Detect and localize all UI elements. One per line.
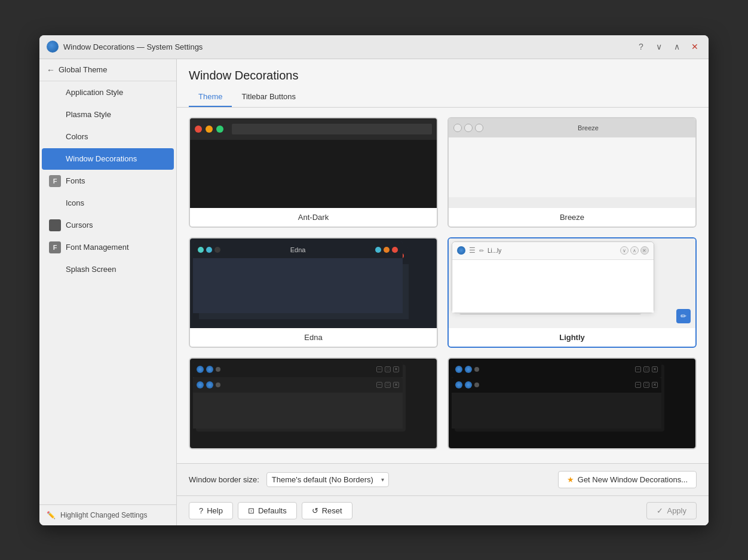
theme-name-edna: Edna: [190, 328, 437, 347]
defaults-symbol: ⊡: [248, 506, 255, 515]
window-title: Window Decorations — System Settings: [63, 42, 634, 51]
fonts-icon: F: [49, 175, 61, 187]
theme-grid: Ant-Dark Breeze: [189, 117, 697, 449]
border-size-label: Window border size:: [189, 475, 259, 484]
main-content: Window Decorations Theme Titlebar Button…: [177, 59, 709, 525]
icons-icon: [49, 197, 61, 209]
help-label: Help: [207, 506, 223, 515]
sidebar-label-plasma-style: Plasma Style: [66, 110, 111, 119]
cursors-icon: [49, 219, 61, 231]
help-symbol: ?: [199, 506, 203, 515]
lightly-front-window: ☰ ✏ Li...ly ∨ ∧ ✕: [452, 241, 654, 313]
minimize-button[interactable]: ∨: [652, 40, 666, 53]
sidebar-item-application-style[interactable]: Application Style: [42, 82, 174, 103]
breeze-btn2: [464, 124, 473, 132]
splash-icon: [49, 264, 61, 276]
sidebar-label-application-style: Application Style: [66, 88, 123, 97]
theme-card-breeze[interactable]: Breeze Breeze: [447, 117, 697, 228]
bt-icon3: [197, 381, 204, 388]
highlight-changed-settings[interactable]: ✏️ Highlight Changed Settings: [39, 504, 176, 525]
sidebar-item-splash-screen[interactable]: Splash Screen: [42, 259, 174, 280]
theme-card-ant-dark[interactable]: Ant-Dark: [189, 117, 438, 228]
theme-grid-area: Ant-Dark Breeze: [177, 108, 709, 463]
lightly-content-area: [452, 260, 654, 313]
reset-button[interactable]: ↺ Reset: [302, 502, 352, 519]
apply-button[interactable]: ✓ Apply: [646, 502, 697, 519]
theme-preview-bottom2: ─ □ ✕: [449, 359, 695, 448]
sidebar-label-cursors: Cursors: [66, 221, 93, 229]
breeze-btn3: [475, 124, 483, 132]
theme-preview-lightly: ☰ ✏ Li...ly ∨ ∧ ✕: [449, 238, 695, 328]
bottom-front-window2: ─ □ ✕: [452, 362, 661, 429]
bt-dot3: [474, 367, 479, 372]
sidebar-item-window-decorations[interactable]: Window Decorations: [42, 148, 174, 170]
get-new-decorations-button[interactable]: ★ Get New Window Decorations...: [558, 471, 697, 488]
sidebar-item-font-management[interactable]: F Font Management: [42, 237, 174, 258]
reset-symbol: ↺: [312, 506, 318, 515]
back-icon: ←: [47, 65, 55, 75]
maximize-button[interactable]: ∧: [670, 40, 683, 53]
edna-dot-dark3: [214, 247, 220, 253]
close-button[interactable]: ✕: [688, 40, 701, 53]
defaults-button[interactable]: ⊡ Defaults: [238, 502, 297, 519]
bt-ctrl-min4: ─: [635, 382, 641, 388]
bt-icon2: [206, 366, 213, 373]
lightly-front-ctrl-min: ∨: [620, 246, 629, 255]
bt-ctrl-close3: ✕: [652, 366, 658, 372]
edna-dot-orange4: [384, 247, 390, 253]
tab-titlebar-buttons[interactable]: Titlebar Buttons: [232, 87, 305, 107]
theme-card-lightly[interactable]: ☰ ✏ Li...ly ∨ ∧ ✕: [447, 237, 697, 348]
sidebar-item-fonts[interactable]: F Fonts: [42, 170, 174, 192]
titlebar: Window Decorations — System Settings ? ∨…: [39, 35, 709, 59]
bt-icon4: [206, 381, 213, 388]
bt-ctrl-max3: □: [643, 366, 649, 372]
edna-dot-blue3: [206, 247, 212, 253]
theme-name-ant-dark: Ant-Dark: [190, 208, 437, 227]
help-button[interactable]: ? Help: [189, 502, 233, 519]
colors-icon: [49, 131, 61, 143]
edna-dot-red4: [392, 247, 398, 253]
main-header: Window Decorations: [177, 59, 709, 87]
theme-card-bottom2[interactable]: ─ □ ✕: [447, 357, 697, 449]
content-area: ← Global Theme Application Style Plasma …: [39, 59, 709, 525]
breeze-btn1: [453, 124, 462, 132]
apply-label: Apply: [667, 506, 686, 515]
lightly-edit-button[interactable]: ✏: [676, 309, 691, 323]
bt-ctrl-close2: ✕: [393, 382, 399, 388]
action-bar: ? Help ⊡ Defaults ↺ Reset ✓ Apply: [177, 495, 709, 525]
sidebar-label-fonts: Fonts: [66, 176, 85, 185]
theme-card-edna[interactable]: Edna: [189, 237, 438, 348]
border-size-select-wrapper: Theme's default (No Borders): [266, 472, 389, 487]
border-size-select[interactable]: Theme's default (No Borders): [266, 472, 389, 487]
lightly-front-icon: [457, 246, 465, 255]
sidebar-item-plasma-style[interactable]: Plasma Style: [42, 104, 174, 126]
theme-preview-bottom1: ─ □ ✕: [190, 359, 437, 448]
sidebar-item-icons[interactable]: Icons: [42, 192, 174, 214]
apply-symbol: ✓: [657, 506, 663, 515]
bt-dot4: [474, 382, 479, 387]
theme-preview-breeze: Breeze: [449, 118, 695, 208]
bt-icon7: [455, 381, 462, 388]
breeze-content-area: [449, 137, 695, 197]
defaults-label: Defaults: [258, 506, 287, 515]
tab-theme[interactable]: Theme: [189, 87, 232, 107]
theme-card-bottom1[interactable]: ─ □ ✕: [189, 357, 438, 449]
font-mgmt-icon: F: [49, 241, 61, 253]
get-new-label: Get New Window Decorations...: [578, 475, 688, 484]
bt-ctrl-max2: □: [385, 382, 391, 388]
bottom-front-window: ─ □ ✕: [193, 362, 403, 429]
sidebar-label-window-decorations: Window Decorations: [66, 154, 137, 163]
border-size-bar: Window border size: Theme's default (No …: [177, 463, 709, 495]
edna-front-title: Edna: [220, 246, 375, 253]
app-icon: [47, 41, 59, 53]
titlebar-controls: ? ∨ ∧ ✕: [634, 40, 701, 53]
bt-ctrl-min2: ─: [376, 382, 382, 388]
ant-max-dot: [216, 126, 223, 133]
sidebar-item-colors[interactable]: Colors: [42, 126, 174, 148]
lightly-front-menu-icon: ☰: [469, 246, 476, 255]
sidebar: ← Global Theme Application Style Plasma …: [39, 59, 177, 525]
lightly-front-ctrl-max: ∧: [630, 246, 639, 255]
help-titlebar-button[interactable]: ?: [634, 40, 648, 53]
sidebar-item-cursors[interactable]: Cursors: [42, 215, 174, 236]
back-button[interactable]: ← Global Theme: [39, 59, 176, 81]
